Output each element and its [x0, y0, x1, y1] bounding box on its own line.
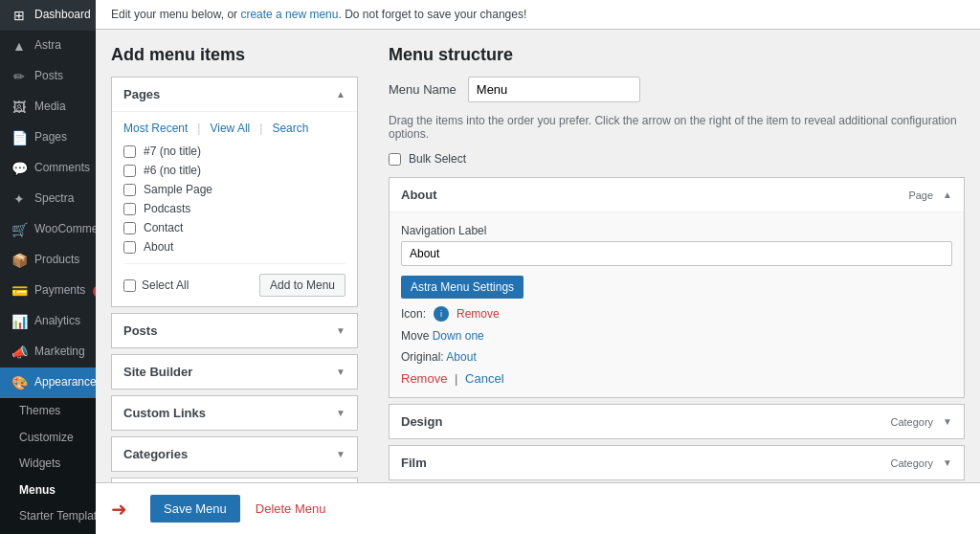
bulk-select-top: Bulk Select	[389, 152, 965, 166]
menu-item-film: Film Category ▼	[389, 445, 965, 480]
custom-links-chevron-icon: ▼	[336, 408, 345, 418]
pages-section-label: Pages	[123, 87, 160, 101]
tab-view-all[interactable]: View All	[210, 122, 250, 135]
sidebar-item-spectra[interactable]: ✦ Spectra	[0, 184, 96, 214]
design-chevron-icon: ▼	[943, 416, 952, 427]
sidebar-item-posts[interactable]: ✏ Posts	[0, 61, 96, 92]
bulk-select-checkbox-top[interactable]	[389, 153, 401, 166]
sidebar-item-astra[interactable]: ▲ Astra	[0, 31, 96, 61]
arrow-indicator: ➜	[111, 498, 127, 521]
page-checkbox-7[interactable]	[123, 145, 136, 158]
sidebar-label: Astra	[34, 38, 61, 54]
spectra-icon: ✦	[11, 191, 27, 207]
sidebar-item-woocommerce[interactable]: 🛒 WooCommerce	[0, 214, 96, 245]
original-link[interactable]: About	[446, 350, 476, 364]
sidebar-item-products[interactable]: 📦 Products	[0, 245, 96, 276]
sidebar-item-pages[interactable]: 📄 Pages	[0, 122, 96, 153]
astra-menu-settings-button[interactable]: Astra Menu Settings	[401, 276, 523, 299]
sidebar-sub-label: Widgets	[19, 456, 60, 472]
sidebar-item-customize[interactable]: Customize	[0, 425, 96, 452]
sidebar-sub-label: Themes	[19, 404, 60, 419]
delete-menu-link[interactable]: Delete Menu	[256, 501, 326, 516]
cancel-item-link[interactable]: Cancel	[465, 371, 503, 386]
pages-chevron-icon: ▲	[336, 89, 345, 100]
design-item-type: Category	[890, 416, 933, 428]
sidebar-item-analytics[interactable]: 📊 Analytics	[0, 306, 96, 337]
about-item-type: Page	[908, 189, 933, 201]
page-checkbox-6[interactable]	[123, 165, 136, 177]
sidebar-label: Marketing	[34, 345, 85, 360]
categories-accordion-header[interactable]: Categories ▼	[112, 437, 357, 471]
sidebar-item-payments[interactable]: 💳 Payments 1	[0, 276, 96, 306]
posts-accordion-header[interactable]: Posts ▼	[112, 314, 357, 347]
film-item-title: Film	[401, 456, 427, 470]
page-checkbox-sample[interactable]	[123, 184, 136, 196]
sidebar-item-comments[interactable]: 💬 Comments	[0, 153, 96, 184]
page-checkbox-about[interactable]	[123, 241, 136, 254]
tab-most-recent[interactable]: Most Recent	[123, 122, 188, 135]
sidebar-label: Appearance	[34, 375, 96, 390]
about-item-body: Navigation Label Astra Menu Settings Ico…	[390, 211, 964, 397]
page-checkbox-podcasts[interactable]	[123, 203, 136, 215]
dashboard-icon: ⊞	[11, 8, 27, 23]
payments-icon: 💳	[11, 283, 27, 299]
menu-name-input[interactable]	[468, 77, 640, 102]
create-new-menu-link[interactable]: create a new menu	[240, 8, 338, 21]
site-builder-accordion-header[interactable]: Site Builder ▼	[112, 355, 357, 389]
page-label-about: About	[144, 240, 173, 254]
sidebar-label: Pages	[34, 130, 67, 145]
film-chevron-icon: ▼	[943, 457, 952, 468]
sidebar-label: WooCommerce	[34, 222, 96, 237]
custom-links-label: Custom Links	[123, 406, 206, 420]
pages-footer: Select All Add to Menu	[123, 263, 345, 297]
sidebar-label: Payments	[34, 283, 85, 299]
astra-icon: ▲	[11, 38, 27, 54]
sidebar-item-starter-templates[interactable]: Starter Templates	[0, 503, 96, 530]
nav-label-input[interactable]	[401, 241, 952, 266]
menu-name-label: Menu Name	[389, 82, 457, 97]
icon-row: Icon: i Remove	[401, 306, 952, 322]
sidebar-item-theme-file-editor[interactable]: Theme File Editor	[0, 530, 96, 534]
menu-item-film-header[interactable]: Film Category ▼	[390, 446, 964, 479]
media-icon: 🖼	[11, 100, 27, 115]
page-item-6: #6 (no title)	[123, 164, 345, 177]
remove-item-link[interactable]: Remove	[401, 371, 447, 386]
custom-links-section: Custom Links ▼	[111, 395, 358, 431]
film-item-type: Category	[890, 457, 933, 469]
posts-section: Posts ▼	[111, 313, 358, 348]
menu-item-design-header[interactable]: Design Category ▼	[390, 405, 964, 438]
remove-cancel-row: Remove | Cancel	[401, 371, 952, 386]
about-chevron-icon: ▲	[943, 189, 952, 200]
sidebar-item-appearance[interactable]: 🎨 Appearance	[0, 367, 96, 398]
page-item-sample: Sample Page	[123, 183, 345, 196]
appearance-icon: 🎨	[11, 375, 27, 390]
save-menu-button[interactable]: Save Menu	[150, 495, 240, 523]
add-menu-items-title: Add menu items	[111, 45, 358, 65]
page-label-7: #7 (no title)	[144, 145, 201, 158]
tab-search[interactable]: Search	[272, 122, 308, 135]
sidebar-label: Comments	[34, 161, 90, 176]
remove-icon-link[interactable]: Remove	[457, 307, 500, 321]
select-all-checkbox[interactable]	[123, 279, 136, 292]
categories-chevron-icon: ▼	[336, 449, 345, 459]
pages-section: Pages ▲ Most Recent | View All | Search …	[111, 77, 358, 307]
comments-icon: 💬	[11, 161, 27, 176]
original-label: Original:	[401, 350, 444, 364]
sidebar-item-widgets[interactable]: Widgets	[0, 451, 96, 478]
move-down-one-link[interactable]: Down one	[433, 329, 484, 343]
notice-text: Edit your menu below, or	[111, 8, 240, 21]
sidebar-sub-label: Customize	[19, 431, 74, 446]
sidebar-item-themes[interactable]: Themes	[0, 398, 96, 425]
nav-label-field: Navigation Label	[401, 224, 952, 266]
sidebar-item-dashboard[interactable]: ⊞ Dashboard	[0, 0, 96, 31]
add-to-menu-button[interactable]: Add to Menu	[259, 274, 345, 297]
custom-links-accordion-header[interactable]: Custom Links ▼	[112, 396, 357, 430]
select-all-label[interactable]: Select All	[123, 278, 189, 292]
sidebar-item-menus[interactable]: Menus	[0, 478, 96, 504]
pages-accordion-header[interactable]: Pages ▲	[112, 78, 357, 111]
page-checkbox-contact[interactable]	[123, 222, 136, 234]
page-label-sample: Sample Page	[144, 183, 212, 196]
sidebar-item-marketing[interactable]: 📣 Marketing	[0, 337, 96, 367]
menu-item-about-header[interactable]: About Page ▲	[390, 178, 964, 211]
sidebar-item-media[interactable]: 🖼 Media	[0, 92, 96, 122]
